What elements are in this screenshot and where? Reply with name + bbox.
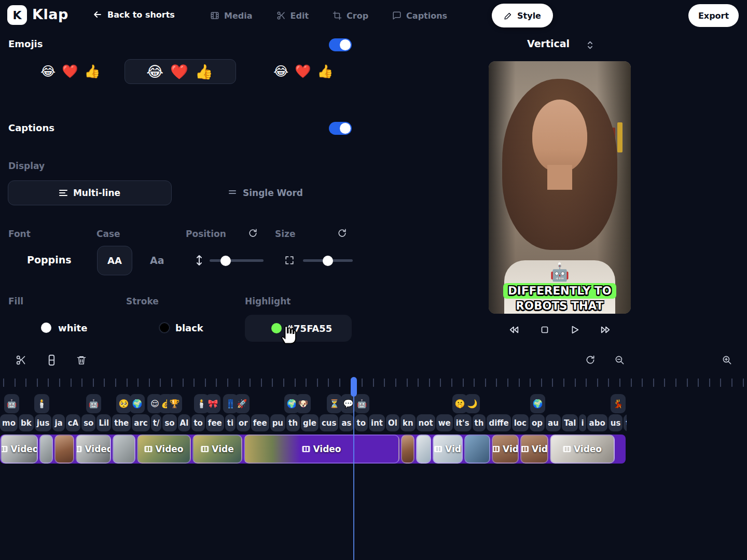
cut-icon[interactable] <box>16 355 26 366</box>
word-chip[interactable]: it's <box>454 414 472 431</box>
split-clip-icon[interactable] <box>47 354 57 366</box>
play-icon[interactable] <box>569 324 580 335</box>
word-chip[interactable]: gle <box>301 414 319 431</box>
playhead-handle[interactable] <box>351 377 357 397</box>
word-chip[interactable]: fee <box>206 414 224 431</box>
trash-icon[interactable] <box>76 355 87 366</box>
video-clip[interactable]: Video <box>76 435 111 464</box>
word-chip[interactable]: cA <box>66 414 81 431</box>
chevron-updown-icon[interactable] <box>586 40 594 50</box>
emojis-toggle[interactable] <box>329 38 352 51</box>
tab-captions[interactable]: Captions <box>392 11 447 21</box>
word-chip[interactable]: thir <box>624 414 627 431</box>
size-slider[interactable] <box>303 259 353 262</box>
word-chip[interactable]: to <box>355 414 368 431</box>
word-chip[interactable]: so <box>81 414 95 431</box>
video-preview[interactable]: 🤖 DIFFERENTLY TO ROBOTS THAT <box>489 61 631 314</box>
position-slider[interactable] <box>210 259 264 262</box>
video-clip[interactable]: Video <box>137 435 191 464</box>
emoji-marker[interactable]: 🤖 <box>354 394 369 413</box>
word-chip[interactable]: arc <box>132 414 149 431</box>
back-to-shorts-button[interactable]: Back to shorts <box>92 9 175 20</box>
video-clip[interactable]: Video <box>550 435 615 464</box>
klap-logo-icon[interactable]: K <box>7 5 27 25</box>
word-chip[interactable]: au <box>546 414 561 431</box>
stroke-value[interactable]: black <box>175 323 203 333</box>
word-chip[interactable]: Lil <box>96 414 111 431</box>
tab-crop[interactable]: Crop <box>333 11 368 21</box>
video-clip[interactable]: Vid <box>492 435 519 464</box>
emoji-marker[interactable]: 🌍 <box>530 394 545 413</box>
position-slider-thumb[interactable] <box>220 256 231 266</box>
video-clip[interactable] <box>39 435 53 464</box>
word-chip[interactable]: kn <box>400 414 416 431</box>
emoji-marker[interactable]: 🤖 <box>4 394 19 413</box>
emoji-marker[interactable]: 🐶 <box>296 394 311 413</box>
emoji-marker[interactable]: ⏳ <box>327 394 342 413</box>
video-clip[interactable]: Video <box>1 435 38 464</box>
emoji-marker[interactable]: 🕯️ <box>34 394 49 413</box>
word-chip[interactable]: ja <box>52 414 64 431</box>
stroke-swatch[interactable] <box>159 323 170 333</box>
video-clip[interactable] <box>464 435 490 464</box>
word-chip[interactable]: Tal <box>562 414 578 431</box>
word-chip[interactable]: to <box>191 414 204 431</box>
video-clip[interactable]: Vide <box>192 435 242 464</box>
timeline-ruler[interactable] <box>3 379 745 387</box>
word-chip[interactable]: th <box>286 414 300 431</box>
word-chip[interactable]: abo <box>587 414 607 431</box>
emoji-marker[interactable]: 🤖 <box>86 394 101 413</box>
rewind-icon[interactable] <box>508 324 520 335</box>
stop-icon[interactable] <box>539 324 550 335</box>
emoji-marker[interactable]: 🎀 <box>205 394 220 413</box>
export-button[interactable]: Export <box>688 4 739 27</box>
fill-value[interactable]: white <box>58 323 87 333</box>
emoji-marker[interactable]: 🚀 <box>234 394 250 413</box>
word-chip[interactable]: int <box>369 414 385 431</box>
captions-toggle[interactable] <box>329 122 352 135</box>
emoji-set-option-1[interactable]: 😂 ❤️ 👍 <box>40 64 102 79</box>
position-reset-icon[interactable] <box>248 228 258 238</box>
word-chip[interactable]: bk <box>19 414 34 431</box>
case-uppercase-button[interactable]: AA <box>97 246 132 275</box>
word-chip[interactable]: Al <box>178 414 191 431</box>
word-chip[interactable]: we <box>436 414 453 431</box>
emoji-marker[interactable]: 🏆 <box>167 394 182 413</box>
word-chip[interactable]: ti <box>225 414 236 431</box>
display-multiline-button[interactable]: Multi-line <box>8 180 172 205</box>
caption-overlay[interactable]: 🤖 DIFFERENTLY TO ROBOTS THAT <box>489 264 631 312</box>
word-chip[interactable]: th <box>473 414 486 431</box>
word-chip[interactable]: jus <box>35 414 52 431</box>
word-chip[interactable]: us <box>608 414 623 431</box>
video-clip[interactable] <box>401 435 414 464</box>
word-chip[interactable]: fee <box>251 414 269 431</box>
word-chip[interactable]: not <box>417 414 435 431</box>
emoji-marker[interactable]: 🌙 <box>465 394 480 413</box>
word-chip[interactable]: t/ <box>151 414 162 431</box>
tab-media[interactable]: Media <box>210 11 253 21</box>
video-clip[interactable] <box>113 435 135 464</box>
case-mixed-button[interactable]: Aa <box>150 255 164 266</box>
font-value[interactable]: Poppins <box>27 254 72 265</box>
emoji-set-option-2-selected[interactable]: 😂 ❤️ 👍 <box>125 59 236 84</box>
word-chip[interactable]: pu <box>270 414 285 431</box>
emoji-marker[interactable]: 🥺 <box>116 394 131 413</box>
word-chip[interactable]: op <box>530 414 545 431</box>
word-chip[interactable]: cus <box>320 414 339 431</box>
video-clip[interactable]: Vid <box>520 435 548 464</box>
orientation-select[interactable]: Vertical <box>527 38 570 49</box>
emoji-marker[interactable]: 💃 <box>611 394 626 413</box>
tab-edit[interactable]: Edit <box>276 11 309 21</box>
video-clip[interactable]: Vid <box>433 435 463 464</box>
word-chip[interactable]: Ol <box>386 414 399 431</box>
zoom-in-icon[interactable] <box>722 355 732 365</box>
word-chip[interactable]: or <box>237 414 250 431</box>
word-chip[interactable]: mo <box>0 414 18 431</box>
word-chip[interactable]: as <box>339 414 353 431</box>
size-reset-icon[interactable] <box>337 228 347 238</box>
word-chip[interactable]: loc <box>512 414 529 431</box>
highlight-color-button[interactable]: #75FA55 <box>245 315 352 342</box>
emoji-set-option-3[interactable]: 😂 ❤️ 👍 <box>273 64 335 79</box>
video-clip[interactable] <box>54 435 74 464</box>
fast-forward-icon[interactable] <box>599 324 612 335</box>
